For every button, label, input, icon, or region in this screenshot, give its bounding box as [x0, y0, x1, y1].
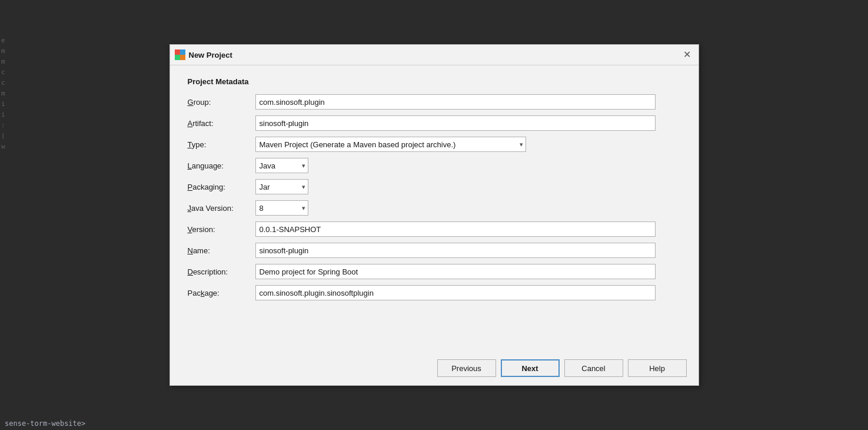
group-label: Group: — [188, 98, 255, 107]
artifact-input[interactable] — [255, 115, 656, 131]
name-label: Name: — [188, 246, 255, 255]
java-version-select[interactable]: 8 11 17 21 — [255, 200, 308, 216]
packaging-row: Packaging: Jar War — [188, 179, 681, 194]
section-title: Project Metadata — [188, 77, 681, 86]
group-input[interactable] — [255, 94, 656, 110]
language-select[interactable]: Java Kotlin Groovy — [255, 158, 308, 173]
description-label: Description: — [188, 267, 255, 276]
dialog-overlay: e m m c c m i i : ( w sense-torm-website… — [0, 0, 868, 430]
app-icon — [175, 49, 185, 60]
language-label: Language: — [188, 161, 255, 170]
package-row: Package: — [188, 285, 681, 300]
dialog-titlebar: New Project ✕ — [170, 45, 699, 65]
package-input[interactable] — [255, 285, 656, 300]
svg-rect-3 — [180, 55, 185, 60]
dialog-title-left: New Project — [175, 49, 232, 60]
new-project-dialog: New Project ✕ Project Metadata Group: Ar… — [169, 44, 699, 386]
dialog-content: Project Metadata Group: Artifact: Type: — [170, 65, 699, 353]
java-version-row: Java Version: 8 11 17 21 — [188, 200, 681, 216]
group-row: Group: — [188, 94, 681, 110]
artifact-row: Artifact: — [188, 115, 681, 131]
packaging-select[interactable]: Jar War — [255, 179, 308, 194]
packaging-label: Packaging: — [188, 183, 255, 191]
java-version-label: Java Version: — [188, 204, 255, 213]
svg-rect-0 — [175, 49, 180, 55]
language-row: Language: Java Kotlin Groovy — [188, 158, 681, 173]
svg-rect-2 — [175, 55, 180, 60]
name-row: Name: — [188, 243, 681, 258]
type-select-wrapper: Maven Project (Generate a Maven based pr… — [255, 137, 526, 152]
description-row: Description: — [188, 264, 681, 279]
description-input[interactable] — [255, 264, 656, 279]
language-select-wrapper: Java Kotlin Groovy — [255, 158, 308, 173]
version-row: Version: — [188, 221, 681, 237]
packaging-select-wrapper: Jar War — [255, 179, 308, 194]
dialog-title: New Project — [189, 51, 232, 59]
version-label: Version: — [188, 225, 255, 234]
next-button[interactable]: Next — [501, 359, 560, 377]
type-select[interactable]: Maven Project (Generate a Maven based pr… — [255, 137, 526, 152]
type-label: Type: — [188, 140, 255, 149]
type-row: Type: Maven Project (Generate a Maven ba… — [188, 137, 681, 152]
bg-code-sidebar: e m m c c m i i : ( w — [0, 0, 13, 430]
version-input[interactable] — [255, 221, 656, 237]
artifact-label: Artifact: — [188, 119, 255, 128]
previous-button[interactable]: Previous — [437, 359, 496, 377]
package-label: Package: — [188, 289, 255, 297]
svg-rect-1 — [180, 49, 185, 55]
dialog-footer: Previous Next Cancel Help — [170, 353, 699, 385]
bg-status-text: sense-torm-website> — [0, 417, 90, 430]
help-button[interactable]: Help — [628, 359, 687, 377]
name-input[interactable] — [255, 243, 656, 258]
cancel-button[interactable]: Cancel — [564, 359, 623, 377]
java-version-select-wrapper: 8 11 17 21 — [255, 200, 308, 216]
close-button[interactable]: ✕ — [681, 48, 694, 61]
